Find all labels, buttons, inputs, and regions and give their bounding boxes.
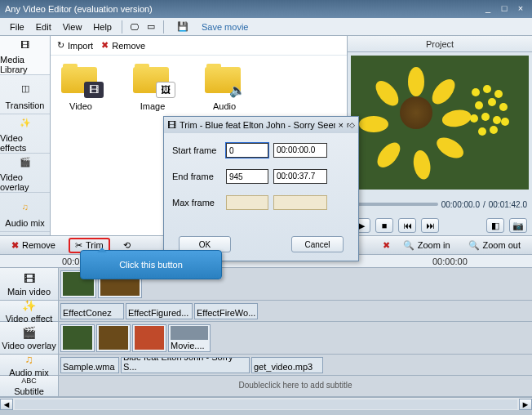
menu-file[interactable]: File: [5, 20, 29, 33]
preview-panel: Project 00:00:00.0 /: [348, 36, 532, 235]
zoom-out-button[interactable]: 🔍 Zoom out: [463, 239, 525, 252]
time-total: 00:01:42.0: [489, 200, 527, 209]
scroll-left-button[interactable]: ◄: [0, 399, 13, 410]
film-icon: 🎞: [16, 36, 35, 53]
dialog-pin-button[interactable]: r◇: [347, 121, 355, 129]
track-label-video-effect: ✨ Video effect: [0, 301, 59, 321]
film-icon: 🎞: [167, 120, 176, 130]
overlay-icon: 🎬: [16, 154, 35, 171]
remove-button[interactable]: ✖ Remove: [101, 40, 145, 51]
horizontal-scrollbar[interactable]: ◄ ►: [0, 397, 532, 410]
max-frame-label: Max frame: [172, 198, 221, 208]
end-frame-label: End frame: [172, 172, 221, 181]
sidebar: 🎞 Media Library ◫ Transition ✨ Video eff…: [0, 36, 51, 235]
dialog-close-button[interactable]: ×: [339, 120, 344, 130]
close-button[interactable]: ×: [514, 3, 527, 15]
track-subtitle: ABC Subtitle Doubleclick here to add sub…: [0, 376, 532, 397]
time-current: 00:00:00.0: [441, 200, 480, 209]
sidebar-transition[interactable]: ◫ Transition: [0, 75, 50, 114]
sidebar-video-overlay[interactable]: 🎬 Video overlay: [0, 154, 50, 193]
overlay-clip[interactable]: [132, 324, 166, 352]
zoom-in-button[interactable]: 🔍 Zoom in: [398, 239, 455, 252]
x-icon: ✖: [11, 240, 19, 251]
overlay-clip[interactable]: Movie....: [168, 324, 211, 352]
track-label-audio-mix: ♫ Audio mix: [0, 355, 59, 375]
maximize-button[interactable]: □: [498, 3, 511, 15]
sidebar-video-effects[interactable]: ✨ Video effects: [0, 114, 50, 154]
effects-icon: ✨: [22, 299, 36, 312]
audio-clip[interactable]: get_video.mp3: [251, 357, 323, 373]
dialog-title: Trim - Blue feat Elton John - Sorry Seem…: [180, 120, 335, 130]
timeline-remove-button[interactable]: ✖ Remove: [7, 239, 60, 252]
overlay-clip[interactable]: [60, 324, 95, 352]
audio-clip[interactable]: Sample.wma: [60, 357, 119, 373]
x-icon: ✖: [383, 240, 390, 251]
timeline-tracks: 🎞 Main video ✨ Video effect EffectConez …: [0, 268, 532, 397]
overlay-icon: 🎬: [22, 326, 36, 339]
effect-clip[interactable]: EffectFigured...: [126, 303, 193, 319]
start-timecode: 00:00:00.0: [273, 143, 327, 158]
transition-icon: ◫: [16, 79, 35, 99]
subtitle-placeholder[interactable]: Doubleclick here to add subtitle: [59, 376, 532, 396]
preview-image: [351, 56, 529, 190]
menu-edit[interactable]: Edit: [31, 20, 56, 33]
end-frame-input[interactable]: [226, 169, 268, 184]
overlay-clip[interactable]: [96, 324, 131, 352]
trim-dialog: 🎞 Trim - Blue feat Elton John - Sorry Se…: [163, 116, 359, 261]
audio-clip[interactable]: Blue feat Elton John - Sorry S...: [121, 357, 250, 373]
track-label-subtitle: ABC Subtitle: [0, 376, 59, 396]
tutorial-callout: Click this button: [80, 250, 222, 279]
music-note-icon: ♫: [24, 353, 33, 366]
track-label-video-overlay: 🎬 Video overlay: [0, 322, 59, 354]
next-button[interactable]: ⏭: [421, 218, 439, 233]
menu-help[interactable]: Help: [88, 20, 117, 33]
sidebar-media-library[interactable]: 🎞 Media Library: [0, 36, 50, 75]
content-toolbar: ↻ Import ✖ Remove: [51, 36, 347, 56]
scissors-icon: ✂: [75, 240, 82, 251]
track-audio-mix: ♫ Audio mix Sample.wma Blue feat Elton J…: [0, 355, 532, 376]
preview-slider[interactable]: [352, 203, 438, 206]
abc-icon: ABC: [21, 377, 37, 385]
start-frame-label: Start frame: [172, 145, 221, 155]
track-label-main-video: 🎞 Main video: [0, 268, 59, 300]
media-folder-audio[interactable]: 🔈 Audio: [201, 64, 248, 111]
max-timecode: [273, 195, 327, 210]
start-frame-input[interactable]: [226, 143, 268, 158]
import-button[interactable]: ↻ Import: [57, 40, 93, 51]
effect-clip[interactable]: EffectConez: [60, 303, 124, 319]
app-title: Any Video Editor (evaluation version): [5, 4, 478, 14]
media-folder-video[interactable]: 🎞 Video: [57, 64, 104, 111]
menu-bar: File Edit View Help 🖵 ▭ 💾 Save movie: [0, 18, 532, 36]
zoom-out-icon: 🔍: [468, 240, 480, 251]
max-frame-input: [226, 195, 268, 210]
track-video-effect: ✨ Video effect EffectConez EffectFigured…: [0, 301, 532, 322]
save-movie-button[interactable]: 💾 Save movie: [169, 18, 256, 35]
preview-controls: 00:00:00.0 / 00:01:42.0: [348, 193, 532, 216]
scroll-right-button[interactable]: ►: [519, 399, 532, 410]
cancel-button[interactable]: Cancel: [291, 236, 344, 252]
picture-icon: 🖼: [161, 84, 171, 96]
effect-clip[interactable]: EffectFireWo...: [194, 303, 258, 319]
menu-view[interactable]: View: [58, 20, 87, 33]
disk-icon: 💾: [172, 20, 193, 33]
minimize-button[interactable]: _: [481, 3, 494, 15]
monitor-icon[interactable]: 🖵: [127, 20, 142, 34]
zoom-in-icon: 🔍: [403, 240, 415, 251]
screen-icon[interactable]: ▭: [144, 20, 158, 34]
preview-button-bar: ▶ ■ ⏮ ⏭ ◧ 📷: [348, 216, 532, 235]
film-icon: 🎞: [89, 84, 99, 96]
sidebar-audio-mix[interactable]: ♫ Audio mix: [0, 193, 50, 232]
undo-icon: ⟲: [123, 240, 131, 251]
prev-button[interactable]: ⏮: [398, 218, 416, 233]
refresh-icon: ↻: [57, 40, 64, 51]
dialog-titlebar[interactable]: 🎞 Trim - Blue feat Elton John - Sorry Se…: [164, 117, 358, 133]
speaker-icon: 🔈: [229, 83, 246, 98]
snapshot-button[interactable]: 📷: [509, 218, 527, 233]
track-video-overlay: 🎬 Video overlay Movie....: [0, 322, 532, 355]
film-icon: 🎞: [24, 272, 35, 285]
media-folder-image[interactable]: 🖼 Image: [129, 64, 176, 111]
stop-button[interactable]: ■: [375, 218, 393, 233]
preview-title: Project: [348, 36, 532, 52]
marker-button[interactable]: ◧: [486, 218, 504, 233]
title-bar: Any Video Editor (evaluation version) _ …: [0, 0, 532, 18]
